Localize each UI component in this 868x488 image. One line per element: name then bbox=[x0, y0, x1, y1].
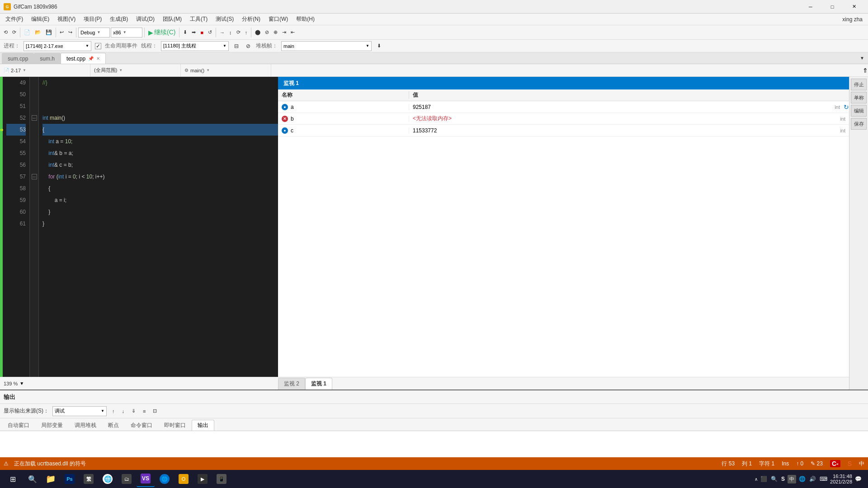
watch-row-a[interactable]: ● a 925187 int ↻ bbox=[278, 101, 849, 113]
minimize-button[interactable]: ─ bbox=[800, 0, 821, 14]
search-button[interactable]: 🔍 bbox=[24, 470, 41, 488]
run-to-cursor[interactable]: → bbox=[218, 27, 226, 38]
forward-button[interactable]: ⟳ bbox=[10, 27, 18, 38]
tab-breakpoints[interactable]: 断点 bbox=[102, 420, 125, 431]
taskbar-file-explorer[interactable]: 📁 bbox=[42, 471, 60, 487]
cycle-button[interactable]: ⟳ bbox=[235, 27, 242, 38]
tab-command-window[interactable]: 命令窗口 bbox=[125, 420, 158, 431]
filter2-button[interactable]: ⊘ bbox=[244, 40, 252, 52]
lifecycle-checkbox[interactable]: ✓ bbox=[95, 43, 101, 49]
source-select[interactable]: 调试 ▼ bbox=[52, 406, 107, 416]
output-down1[interactable]: ↓ bbox=[120, 405, 127, 417]
menu-file[interactable]: 文件(F) bbox=[2, 14, 27, 24]
tray-sogou[interactable]: S bbox=[780, 475, 786, 483]
tab-sum-cpp[interactable]: sum.cpp bbox=[2, 53, 34, 64]
tray-ime[interactable]: 中 bbox=[788, 475, 796, 483]
step-into-button[interactable]: ⬇ bbox=[181, 27, 189, 38]
watch-row-b[interactable]: ✕ b <无法读取内存> int bbox=[278, 113, 849, 125]
menu-debug[interactable]: 调试(D) bbox=[132, 14, 158, 24]
redo-button[interactable]: ↪ bbox=[66, 27, 74, 38]
undo-button[interactable]: ↩ bbox=[58, 27, 66, 38]
tab-test-cpp[interactable]: test.cpp 📌 ✕ bbox=[61, 53, 106, 64]
menu-build[interactable]: 生成(B) bbox=[106, 14, 132, 24]
tab-auto-window[interactable]: 自动窗口 bbox=[2, 420, 35, 431]
restart-button[interactable]: ↺ bbox=[206, 27, 214, 38]
menu-tools[interactable]: 工具(T) bbox=[186, 14, 211, 24]
step-over-button[interactable]: ➡ bbox=[190, 27, 198, 38]
up-button[interactable]: ↑ bbox=[243, 27, 250, 38]
menu-team[interactable]: 团队(M) bbox=[159, 14, 185, 24]
zoom-dropdown[interactable]: ▼ bbox=[19, 381, 24, 386]
platform-dropdown[interactable]: x86 ▼ bbox=[111, 28, 142, 38]
taskbar-photoshop[interactable]: Ps bbox=[61, 471, 79, 487]
tab-callstack[interactable]: 调用堆栈 bbox=[69, 420, 102, 431]
tab-locals[interactable]: 局部变量 bbox=[35, 420, 69, 431]
jump-button[interactable]: ↕ bbox=[227, 27, 234, 38]
tab-output[interactable]: 输出 bbox=[192, 420, 214, 431]
outdent-button[interactable]: ⇤ bbox=[289, 27, 297, 38]
taskbar-file-manager[interactable]: 🗂 bbox=[118, 471, 136, 487]
taskbar-ime[interactable]: 繁 bbox=[80, 471, 98, 487]
tray-network[interactable]: 🌐 bbox=[798, 475, 807, 483]
tray-volume[interactable]: 🔊 bbox=[808, 475, 817, 483]
taskbar-browser[interactable]: 🌐 bbox=[156, 471, 174, 487]
thread-select[interactable]: [11180] 主线程 ▼ bbox=[161, 41, 229, 51]
scroll-top-button[interactable]: ⇑ bbox=[863, 66, 868, 75]
taskbar-chrome[interactable]: 🌐 bbox=[99, 471, 117, 487]
continue-button[interactable]: ▶ 继续(C) bbox=[146, 27, 177, 38]
single-btn[interactable]: 单称 bbox=[851, 92, 867, 103]
taskbar-clock[interactable]: 16:31:48 2021/2/28 bbox=[830, 474, 852, 484]
taskbar-tool[interactable]: O bbox=[175, 471, 193, 487]
taskbar-tablet[interactable]: 📱 bbox=[212, 471, 231, 487]
menu-window[interactable]: 窗口(W) bbox=[265, 14, 292, 24]
watch-row-c[interactable]: ● c 11533772 int bbox=[278, 125, 849, 136]
gutter-57[interactable]: ─ bbox=[30, 171, 38, 183]
stack-expand[interactable]: ⬇ bbox=[375, 40, 383, 52]
tray-keyboard[interactable]: ⌨ bbox=[819, 475, 828, 483]
filter-button[interactable]: ⊟ bbox=[232, 40, 241, 52]
tab-close-icon[interactable]: ✕ bbox=[96, 56, 100, 61]
menu-project[interactable]: 项目(P) bbox=[80, 14, 105, 24]
debug-mode-dropdown[interactable]: Debug ▼ bbox=[78, 28, 110, 38]
new-button[interactable]: 📄 bbox=[22, 27, 32, 38]
tray-search2[interactable]: 🔍 bbox=[770, 475, 778, 483]
disable-button[interactable]: ⊘ bbox=[263, 27, 271, 38]
save-all-button[interactable]: 💾 bbox=[44, 27, 54, 38]
tab-sum-h[interactable]: sum.h bbox=[34, 53, 61, 64]
output-down2[interactable]: ⇓ bbox=[130, 405, 137, 417]
watch-tab-2[interactable]: 监视 2 bbox=[278, 378, 305, 389]
collapse-for[interactable]: ─ bbox=[32, 174, 37, 179]
loc-scope[interactable]: (全局范围) ▼ bbox=[90, 64, 181, 77]
code-content[interactable]: //} int main() { int a = 10; int& b = a;… bbox=[39, 77, 278, 377]
tab-immediate[interactable]: 即时窗口 bbox=[158, 420, 192, 431]
menu-edit[interactable]: 编辑(E) bbox=[28, 14, 53, 24]
loc-file[interactable]: 📄 2-17 ▼ bbox=[0, 64, 90, 77]
new-bp-button[interactable]: ⊕ bbox=[272, 27, 279, 38]
taskbar-vs[interactable]: VS bbox=[137, 471, 155, 487]
stop-button[interactable]: ■ bbox=[198, 27, 205, 38]
menu-help[interactable]: 帮助(H) bbox=[292, 14, 318, 24]
edit-btn[interactable]: 编辑 bbox=[851, 105, 867, 117]
save-side-btn[interactable]: 保存 bbox=[851, 118, 867, 130]
output-up[interactable]: ↑ bbox=[110, 405, 117, 417]
menu-test[interactable]: 测试(S) bbox=[212, 14, 237, 24]
open-button[interactable]: 📂 bbox=[33, 27, 43, 38]
tray-expand[interactable]: ∧ bbox=[755, 477, 758, 482]
tray-notification[interactable]: 💬 bbox=[854, 475, 863, 483]
output-clear[interactable]: ≡ bbox=[141, 405, 147, 417]
process-select[interactable]: [17148] 2-17.exe ▼ bbox=[24, 41, 91, 51]
start-button[interactable]: ⊞ bbox=[2, 470, 24, 488]
loc-function[interactable]: ⚙ main() ▼ bbox=[181, 64, 271, 77]
gutter-52[interactable]: ─ bbox=[30, 112, 38, 124]
menu-analyze[interactable]: 分析(N) bbox=[238, 14, 264, 24]
watch-refresh-button[interactable]: ↻ bbox=[844, 103, 849, 111]
tab-dropdown-button[interactable]: ▼ bbox=[858, 52, 866, 64]
tray-task-icon[interactable]: ⬛ bbox=[760, 475, 768, 483]
breakpoint-button[interactable]: ⬤ bbox=[253, 27, 262, 38]
taskbar-media[interactable]: ▶ bbox=[193, 471, 212, 487]
collapse-main[interactable]: ─ bbox=[32, 115, 37, 121]
stack-select[interactable]: main ▼ bbox=[281, 41, 372, 51]
output-wrap[interactable]: ⊡ bbox=[151, 405, 159, 417]
maximize-button[interactable]: □ bbox=[822, 0, 843, 14]
menu-view[interactable]: 视图(V) bbox=[54, 14, 79, 24]
